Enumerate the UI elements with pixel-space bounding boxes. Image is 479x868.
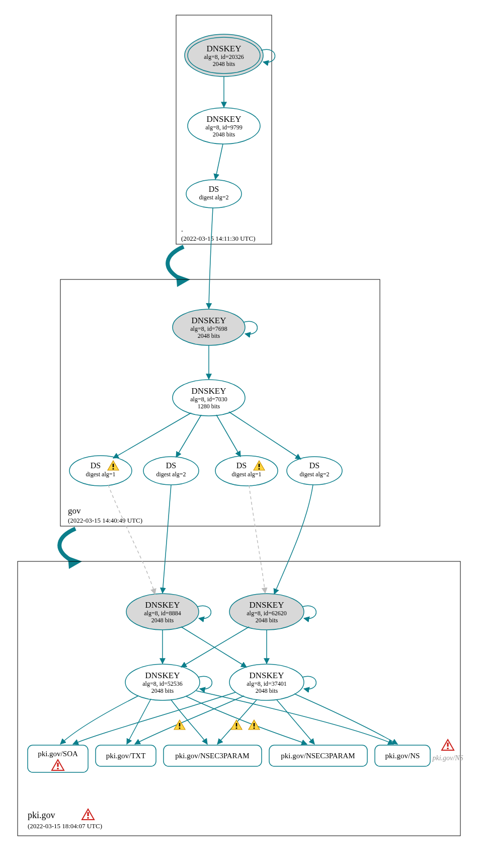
rr-ns-label: pki.gov/NS (385, 752, 420, 760)
node-root-ds-l2: digest alg=2 (199, 194, 228, 201)
dnssec-diagram: . (2022-03-15 14:11:30 UTC) DNSKEY alg=8… (0, 0, 479, 868)
node-gov-ksk-title: DNSKEY (192, 316, 226, 325)
node-gov-ds2[interactable]: DS digest alg=2 (143, 457, 199, 485)
node-rr-soa[interactable]: pki.gov/SOA (28, 745, 88, 772)
edge-ds1-ksk1 (108, 485, 155, 594)
edge-zsk1-txt (127, 699, 151, 744)
node-root-zsk-l2: alg=8, id=9799 (205, 124, 243, 131)
node-root-ksk-l3: 2048 bits (213, 60, 235, 67)
rr-n3p1-label: pki.gov/NSEC3PARAM (175, 752, 249, 760)
node-pki-zsk2-l2: alg=8, id=37401 (247, 680, 287, 687)
node-rr-n3p1[interactable]: pki.gov/NSEC3PARAM (164, 745, 262, 766)
node-gov-ds4-title: DS (309, 461, 320, 470)
node-gov-ksk-l2: alg=8, id=7698 (190, 325, 227, 332)
node-gov-ksk-l3: 2048 bits (198, 332, 220, 339)
edge-ds3-ksk2 (249, 485, 265, 593)
node-pki-zsk1-l2: alg=8, id=52536 (142, 680, 183, 687)
node-root-ksk[interactable]: DNSKEY alg=8, id=20326 2048 bits (185, 34, 263, 77)
node-pki-zsk2-title: DNSKEY (250, 671, 284, 680)
node-root-ds[interactable]: DS digest alg=2 (186, 180, 242, 208)
node-pki-zsk2[interactable]: DNSKEY alg=8, id=37401 2048 bits (229, 664, 304, 700)
node-pki-ksk1-l3: 2048 bits (151, 617, 174, 624)
node-pki-zsk1-title: DNSKEY (145, 671, 180, 680)
warning-icon (249, 720, 260, 730)
node-pki-ksk2-title: DNSKEY (250, 600, 284, 610)
edge-zsk1-ns (196, 691, 393, 744)
node-gov-ds4-l2: digest alg=2 (299, 471, 329, 478)
edge-zsk2-ns (294, 694, 397, 744)
warning-icon (174, 720, 185, 730)
rr-n3p2-label: pki.gov/NSEC3PARAM (281, 752, 355, 760)
edge-pki-ksk1-self (197, 606, 211, 618)
rr-txt-label: pki.gov/TXT (106, 752, 146, 760)
zone-pki-name: pki.gov (28, 810, 55, 820)
edge-govzsk-ds2 (176, 415, 201, 457)
edge-zsk1-n3p2 (186, 696, 307, 744)
node-gov-ds3-title: DS (236, 461, 247, 470)
node-pki-ksk1-title: DNSKEY (145, 600, 180, 610)
node-gov-ds1[interactable]: DS digest alg=1 (69, 456, 132, 486)
node-pki-ksk2-l3: 2048 bits (256, 617, 278, 624)
zone-root-timestamp: (2022-03-15 14:11:30 UTC) (181, 235, 256, 242)
node-rr-n3p2[interactable]: pki.gov/NSEC3PARAM (269, 745, 367, 766)
error-icon (442, 740, 454, 750)
edge-pki-zsk2-self (302, 676, 316, 689)
node-rr-txt[interactable]: pki.gov/TXT (96, 745, 156, 766)
warning-icon (231, 720, 242, 730)
node-root-zsk-title: DNSKEY (207, 114, 242, 124)
node-gov-ds3-l2: digest alg=1 (231, 471, 261, 478)
zone-gov-timestamp: (2022-03-15 14:40:49 UTC) (68, 517, 142, 524)
node-pki-zsk1[interactable]: DNSKEY alg=8, id=52536 2048 bits (125, 664, 200, 700)
node-root-zsk[interactable]: DNSKEY alg=8, id=9799 2048 bits (188, 108, 260, 144)
edge-gov-ksk-self (244, 321, 257, 334)
node-gov-zsk-l2: alg=8, id=7030 (190, 396, 227, 403)
edge-pki-ksk2-self (302, 606, 316, 618)
edge-rootds-govksk (209, 208, 213, 309)
svg-text:pki.gov/NS: pki.gov/NS (432, 754, 463, 762)
node-gov-zsk-title: DNSKEY (192, 386, 226, 396)
edge-ds2-ksk1 (163, 485, 171, 593)
node-pki-ksk1-l2: alg=8, id=8884 (144, 610, 181, 617)
node-pki-ksk2[interactable]: DNSKEY alg=8, id=62620 2048 bits (229, 594, 304, 630)
node-root-ds-title: DS (209, 185, 219, 193)
svg-marker-17 (68, 556, 82, 569)
node-rr-ns-ghost: pki.gov/NS (432, 740, 463, 762)
node-gov-ds4[interactable]: DS digest alg=2 (287, 457, 342, 485)
edge-zsk2-n3p2 (277, 700, 314, 744)
edge-govzsk-ds3 (216, 415, 241, 457)
rr-soa-label: pki.gov/SOA (38, 750, 78, 758)
svg-marker-10 (176, 274, 190, 287)
node-root-ksk-title: DNSKEY (207, 44, 242, 53)
edge-govzsk-ds4 (229, 412, 301, 459)
node-gov-zsk-l3: 1280 bits (198, 403, 220, 410)
node-gov-ds1-title: DS (91, 461, 101, 470)
edge-pki-zsk1-self (198, 676, 212, 689)
delegation-root-gov (168, 247, 184, 278)
node-pki-ksk2-l2: alg=8, id=62620 (247, 610, 287, 617)
node-pki-zsk1-l3: 2048 bits (151, 687, 174, 694)
node-gov-ds3[interactable]: DS digest alg=1 (215, 456, 278, 486)
node-root-zsk-l3: 2048 bits (213, 131, 235, 138)
node-gov-ds2-l2: digest alg=2 (156, 471, 186, 478)
zone-gov-name: gov (68, 506, 81, 516)
node-root-ksk-l2: alg=8, id=20326 (204, 53, 244, 60)
edge-ds4-ksk2 (274, 485, 313, 594)
node-gov-ds2-title: DS (166, 461, 176, 470)
edge-zsk1-soa (60, 696, 138, 744)
node-rr-ns[interactable]: pki.gov/NS (375, 745, 430, 766)
node-pki-ksk1[interactable]: DNSKEY alg=8, id=8884 2048 bits (126, 594, 199, 630)
zone-root-name: . (181, 225, 183, 233)
node-pki-zsk2-l3: 2048 bits (256, 687, 278, 694)
delegation-gov-pki (59, 529, 75, 560)
edge-zsk1-n3p1 (171, 700, 207, 744)
node-gov-zsk[interactable]: DNSKEY alg=8, id=7030 1280 bits (173, 380, 245, 416)
edge-root-zsk-ds (215, 144, 223, 179)
edge-zsk2-txt (135, 696, 244, 744)
node-gov-ds1-l2: digest alg=1 (86, 471, 115, 478)
node-gov-ksk[interactable]: DNSKEY alg=8, id=7698 2048 bits (173, 309, 245, 345)
error-icon (82, 809, 94, 820)
zone-pki-timestamp: (2022-03-15 18:04:07 UTC) (28, 822, 102, 830)
